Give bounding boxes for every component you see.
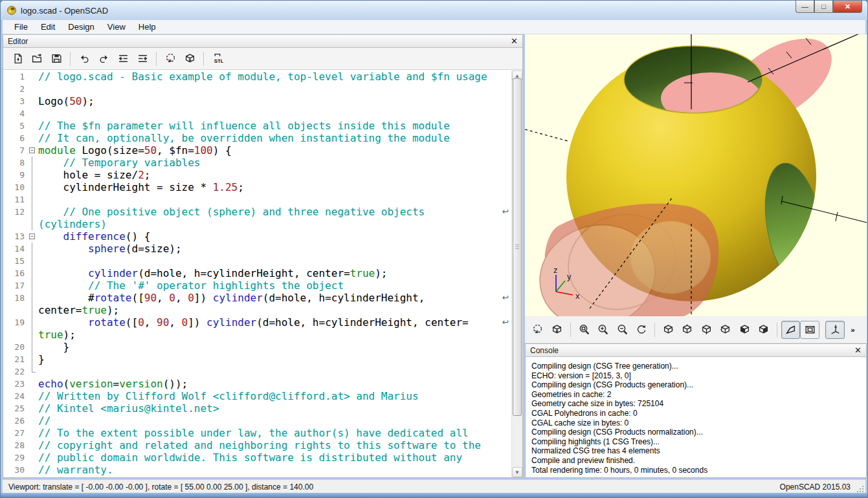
code-row[interactable]: 1// logo.scad - Basic example of module,… [3,70,522,83]
export-stl-button[interactable]: STL [208,50,227,68]
scroll-down-icon[interactable]: ▼ [512,467,522,477]
code-row[interactable]: 14 sphere(d=size); [3,243,522,255]
code-row[interactable]: 18 #rotate([90, 0, 0]) cylinder(d=hole, … [3,292,522,304]
fold-margin [28,107,37,120]
zoom-in-icon [597,324,608,335]
fold-margin [28,169,37,181]
render-button[interactable] [180,50,199,68]
menu-bar: FileEditDesignViewHelp [3,20,865,34]
console-line: Compiling design (CSG Products normaliza… [531,428,860,437]
3d-viewport[interactable]: z y x [525,34,867,316]
viewport-status-text: Viewport: translate = [ -0.00 -0.00 -0.0… [8,482,313,492]
redo-button[interactable] [94,50,113,68]
indent-button[interactable] [133,50,152,68]
show-axes-button[interactable] [825,321,844,339]
reset-view-button[interactable] [632,321,651,339]
perspective-button[interactable] [781,321,800,339]
code-text: // It can, optionally, be overridden whe… [37,132,522,144]
code-row[interactable]: 27// To the extent possible under law, t… [3,427,522,439]
menu-edit[interactable]: Edit [34,20,61,34]
fold-marker[interactable]: − [28,144,37,157]
new-file-button[interactable] [8,50,27,68]
view-top-button[interactable] [678,321,696,339]
view-back-button[interactable] [754,321,773,339]
menu-design[interactable]: Design [61,20,100,34]
code-row[interactable]: 25// Kintel <marius@kintel.net> [3,402,522,415]
console-panel-header[interactable]: Console ✕ [526,344,866,357]
console-close-icon[interactable]: ✕ [854,346,862,354]
code-row[interactable]: 22 [3,365,522,378]
code-row[interactable]: 19 rotate([0, 90, 0]) cylinder(d=hole, h… [3,316,522,329]
code-row[interactable]: 15 [3,255,522,267]
view-bottom-button[interactable] [697,321,716,339]
preview-button[interactable]: » [161,50,180,68]
fold-margin [28,316,37,329]
editor-scrollbar[interactable]: ▲ ▼ [511,70,522,477]
code-row[interactable]: 17 // The '#' operator highlights the ob… [3,279,522,292]
preview-button[interactable]: » [528,321,547,339]
view-front-button[interactable] [735,321,753,339]
render-button[interactable] [547,321,566,339]
editor-panel-header[interactable]: Editor ✕ [3,35,522,48]
code-row[interactable]: 29// public domain worldwide. This softw… [3,451,522,464]
code-row[interactable]: 10 cylinderHeight = size * 1.25; [3,181,522,193]
code-row[interactable]: 5// The $fn parameter will influence all… [3,120,522,132]
zoom-in-button[interactable] [594,321,612,339]
unindent-button[interactable] [113,50,133,68]
menu-file[interactable]: File [8,20,34,34]
code-row[interactable]: 3Logo(50); [3,95,522,107]
code-row[interactable]: 30// warranty. [3,464,522,476]
code-row[interactable]: 4 [3,107,522,120]
title-bar[interactable]: logo.scad - OpenSCAD — □ ✕ [1,1,867,20]
code-row[interactable]: 9 hole = size/2; [3,169,522,181]
fold-marker[interactable]: − [28,230,37,243]
code-row[interactable]: (cylinders) [3,218,522,230]
code-row[interactable]: 24// Written by Clifford Wolf <clifford@… [3,390,522,402]
fold-margin [28,181,37,193]
code-row[interactable]: 8 // Temporary variables [3,157,522,169]
code-row[interactable]: 26// [3,415,522,427]
maximize-button[interactable]: □ [814,1,833,13]
minimize-button[interactable]: — [796,1,814,13]
orthogonal-icon [805,324,816,335]
unindent-icon [118,53,129,64]
x-axis-label: x [575,291,580,301]
code-row[interactable]: 20 } [3,341,522,353]
close-button[interactable]: ✕ [833,1,862,13]
code-row[interactable]: 12 // One positive object (sphere) and t… [3,206,522,218]
resize-grip-icon[interactable] [856,485,864,493]
code-editor[interactable]: 1// logo.scad - Basic example of module,… [3,70,522,477]
code-text: center=true); [37,304,522,316]
code-row[interactable]: 28// copyright and related and neighbori… [3,439,522,451]
code-row[interactable]: true); [3,329,522,341]
overflow-button[interactable]: » [845,321,863,339]
fold-margin [28,402,37,415]
render-icon [551,324,562,335]
line-number: 24 [3,390,28,402]
save-file-button[interactable] [47,50,66,68]
view-right-button[interactable] [659,321,678,339]
code-text: } [37,353,522,365]
code-row[interactable]: 6// It can, optionally, be overridden wh… [3,132,522,144]
code-row[interactable]: center=true); [3,304,522,316]
code-row[interactable]: 11 [3,193,522,206]
scrollbar-thumb[interactable] [513,78,522,416]
menu-view[interactable]: View [101,20,132,34]
code-row[interactable]: 7−module Logo(size=50, $fn=100) { [3,144,522,157]
code-row[interactable]: 21} [3,353,522,365]
code-row[interactable]: 16 cylinder(d=hole, h=cylinderHeight, ce… [3,267,522,279]
open-file-button[interactable] [27,50,47,68]
zoom-all-button[interactable] [575,321,594,339]
code-row[interactable]: 13− difference() { [3,230,522,243]
undo-button[interactable] [74,50,94,68]
editor-close-icon[interactable]: ✕ [511,37,518,45]
line-number: 26 [3,415,28,427]
view-left-button[interactable] [716,321,735,339]
code-row[interactable]: 2 [3,83,522,95]
code-text [37,107,522,120]
menu-help[interactable]: Help [132,20,162,34]
orthogonal-button[interactable] [800,321,819,339]
toolbar-separator [70,52,71,66]
zoom-out-button[interactable] [612,321,631,339]
code-row[interactable]: 23echo(version=version()); [3,378,522,390]
